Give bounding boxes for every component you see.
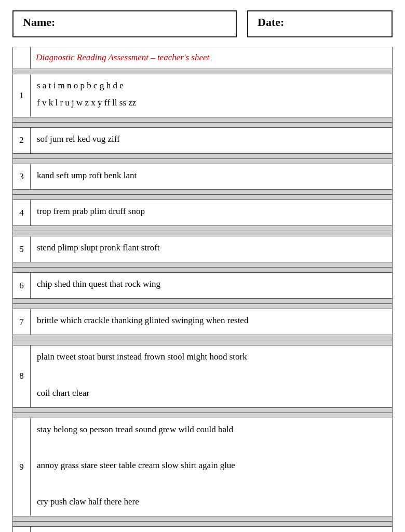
content-line: f v k l r u j w z x y ff ll ss zz [37,96,386,111]
row-num-8: 8 [13,345,31,408]
date-box: Date: [247,10,393,37]
content-line: sof jum rel ked vug ziff [37,132,386,147]
row-content-8: plain tweet stoat burst instead frown st… [31,345,393,408]
table-row: 5stend plimp slupt pronk flant stroft [13,236,393,262]
row-num-10: 10 [13,527,31,532]
content-line: chip shed thin quest that rock wing [37,277,386,292]
table-row: 7brittle which crackle thanking glinted … [13,309,393,335]
row-num-2: 2 [13,127,31,153]
table-row: 2sof jum rel ked vug ziff [13,127,393,153]
row-num-7: 7 [13,309,31,335]
row-content-4: trop frem prab plim druff snop [31,200,393,226]
table-row: 3kand seft ump roft benk lant [13,164,393,190]
spacer-row [13,304,393,309]
spacer-row-bottom [13,407,393,413]
table-row: 1s a t i m n o p b c g h d ef v k l r u … [13,74,393,117]
row-content-3: kand seft ump roft benk lant [31,164,393,190]
name-box: Name: [12,10,237,37]
spacer-row [13,69,393,74]
table-row: 6chip shed thin quest that rock wing [13,273,393,299]
table-row: 9stay belong so person tread sound grew … [13,418,393,516]
content-line: stend plimp slupt pronk flant stroft [37,241,386,256]
row-content-9: stay belong so person tread sound grew w… [31,418,393,516]
row-num-4: 4 [13,200,31,226]
content-line: cry push claw half there here [37,495,386,510]
content-line: stay belong so person tread sound grew w… [37,422,386,437]
content-line: annoy grass stare steer table cream slow… [37,458,386,473]
spacer-row [13,195,393,200]
assessment-table: Diagnostic Reading Assessment – teacher'… [12,47,393,532]
table-row: 4trop frem prab plim druff snop [13,200,393,226]
spacer-row [13,522,393,527]
row-content-2: sof jum rel ked vug ziff [31,127,393,153]
row-num-3: 3 [13,164,31,190]
row-content-10: tape toe Pete messy world flute tie faul… [31,527,393,532]
row-content-1: s a t i m n o p b c g h d ef v k l r u j… [31,74,393,117]
header-section: Name: Date: [12,10,393,37]
spacer-row-bottom [13,190,393,195]
spacer-row-bottom [13,516,393,522]
spacer-row-bottom [13,335,393,340]
content-line: s a t i m n o p b c g h d e [37,78,386,94]
content-line: kand seft ump roft benk lant [37,168,386,183]
row-content-5: stend plimp slupt pronk flant stroft [31,236,393,262]
table-row: 10tape toe Pete messy world flute tie fa… [13,527,393,532]
spacer-row [13,268,393,273]
row-num-1: 1 [13,74,31,117]
spacer-row-bottom [13,299,393,304]
title-cell: Diagnostic Reading Assessment – teacher'… [31,47,393,69]
content-line: plain tweet stoat burst instead frown st… [37,350,386,365]
spacer-row-bottom [13,153,393,158]
row-content-7: brittle which crackle thanking glinted s… [31,309,393,335]
spacer-row [13,340,393,345]
spacer-row [13,413,393,418]
content-line: coil chart clear [37,386,386,401]
spacer-row-bottom [13,117,393,122]
spacer-row-bottom [13,226,393,231]
name-label: Name: [23,16,55,29]
row-content-6: chip shed thin quest that rock wing [31,273,393,299]
spacer-row [13,158,393,164]
row-num-5: 5 [13,236,31,262]
date-label: Date: [258,16,284,29]
content-line [37,367,386,382]
row-num-9: 9 [13,418,31,516]
spacer-row [13,231,393,236]
content-line: trop frem prab plim druff snop [37,204,386,219]
content-line [37,440,386,455]
table-row: 8plain tweet stoat burst instead frown s… [13,345,393,408]
spacer-row-bottom [13,262,393,268]
row-num-6: 6 [13,273,31,299]
content-line [37,475,386,490]
title-num-cell [13,47,31,69]
content-line: brittle which crackle thanking glinted s… [37,313,386,328]
spacer-row [13,122,393,127]
assessment-title: Diagnostic Reading Assessment – teacher'… [36,52,209,62]
